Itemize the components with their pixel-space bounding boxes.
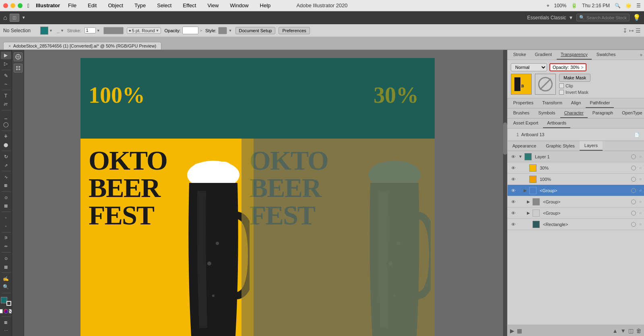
group3-expand[interactable]: ▶ [526,211,531,215]
tab-stroke[interactable]: Stroke [509,50,530,60]
paintbrush-tool[interactable]: ⚘ [1,133,11,141]
stroke-value-control[interactable]: ▼ [85,27,100,33]
tab-transform[interactable]: Transform [538,98,566,108]
scale-tool[interactable]: ⇗ [1,162,11,169]
layers-duplicate-button[interactable]: ◫ [628,328,634,334]
mesh-tool[interactable]: ▦ [1,263,11,271]
document-tab[interactable]: × AdobeStock_285764656 (1) [Converted].a… [3,42,161,50]
workspace-selector[interactable]: Essentials Classic ▼ [527,15,574,21]
pen-tool[interactable]: ✎ [1,72,11,79]
panel-collapse-icon[interactable]: ≡ [640,53,642,57]
gradient-icon[interactable] [4,309,8,313]
slice-tool[interactable]: ▫ [1,214,11,222]
menu-view[interactable]: View [204,2,222,8]
type-tool[interactable]: T [1,92,11,100]
fill-dropdown-arrow[interactable]: ▼ [49,29,53,33]
group3-eye[interactable]: 👁 [510,211,516,216]
scrollbar-thumb[interactable] [503,122,507,155]
layer30-vis[interactable]: ○ [639,166,642,170]
close-button[interactable] [3,3,8,8]
clip-checkbox[interactable] [559,83,564,88]
tab-opentype[interactable]: OpenType [618,108,644,118]
tab-asset-export[interactable]: Asset Export [509,118,542,128]
group1-target[interactable] [631,188,636,193]
layer1-eye[interactable]: 👁 [510,154,516,159]
opacity-arrow[interactable]: > [200,29,202,33]
rect-target[interactable] [631,222,636,227]
layer1-target[interactable] [631,154,636,159]
measure-tool[interactable]: ✏ [1,243,11,250]
warp-tool[interactable]: ∿ [1,173,11,181]
artboard-tool[interactable]: ▦ [1,319,11,326]
tab-close-button[interactable]: × [8,44,11,48]
stroke-dropdown-arrow2[interactable]: ▼ [97,29,100,33]
tab-gradient[interactable]: Gradient [531,50,556,60]
expand-icon[interactable]: ↧ [623,27,627,34]
panel-icon[interactable]: ↦ [629,27,634,34]
layer1-expand[interactable]: ▼ [518,154,523,159]
menu-object[interactable]: Object [105,2,126,8]
group2-expand[interactable]: ▶ [526,199,531,204]
opacity-control-arrow[interactable]: > [581,65,583,70]
make-mask-button[interactable]: Make Mask [559,74,590,82]
color-guide-icon[interactable] [14,52,23,61]
selection-tool[interactable]: ▶ [1,52,11,59]
layer30-eye[interactable]: 👁 [510,166,516,170]
layout-icon[interactable]: ◫ [10,14,19,22]
menu-icon[interactable]: ☰ [636,3,641,8]
menu-file[interactable]: File [65,2,80,8]
menu-select[interactable]: Select [154,2,175,8]
layer100-eye[interactable]: 👁 [510,177,516,182]
fullscreen-button[interactable] [18,3,23,8]
stroke-dropdown-arrow[interactable]: ▼ [60,29,64,33]
ellipse-tool[interactable]: ◯ [1,121,11,129]
layers-make-clipping-button[interactable]: ▦ [517,328,522,334]
layers-locate-button[interactable]: ▶ [510,328,514,334]
group1-expand[interactable]: ▶ [523,188,528,193]
lightbulb-icon[interactable]: 💡 [633,14,641,21]
more-tools[interactable]: ⋯ [1,327,11,334]
workspace-dropdown[interactable]: ▼ [568,15,573,21]
tab-symbols[interactable]: Symbols [534,108,559,118]
stroke-color-control[interactable]: ⎯ ▼ [57,28,64,33]
group2-vis[interactable]: ○ [639,199,642,204]
layout-dropdown-arrow[interactable]: ▼ [22,15,26,20]
tab-appearance[interactable]: Appearance [508,141,541,150]
direct-select-tool[interactable]: ▷ [1,60,11,68]
artboard-doc-icon[interactable]: 📄 [634,133,639,137]
group2-eye[interactable]: 👁 [510,199,516,204]
hand-tool[interactable]: ✍ [1,275,11,282]
tab-layers[interactable]: Layers [580,141,603,151]
layers-move-down-button[interactable]: ▼ [620,328,626,334]
doc-setup-button[interactable]: Document Setup [235,27,276,34]
group3-target[interactable] [631,211,636,216]
line-tool[interactable]: ⎯ [1,112,11,120]
tab-graphic-styles[interactable]: Graphic Styles [541,141,580,150]
layer100-vis[interactable]: ○ [639,177,642,181]
tab-brushes[interactable]: Brushes [509,108,533,118]
home-icon[interactable]: ⌂ [3,14,7,21]
touch-type-tool[interactable]: ∂T [1,101,11,108]
curvature-tool[interactable]: ~ [1,80,11,88]
invert-mask-checkbox[interactable] [559,90,564,95]
style-dropdown-arrow[interactable]: ▼ [229,29,232,33]
search-icon[interactable]: 🔍 [615,3,621,8]
opacity-input[interactable]: 100% [182,27,198,34]
menu-effect[interactable]: Effect [180,2,199,8]
tab-paragraph[interactable]: Paragraph [588,108,617,118]
user-icon[interactable]: 🌟 [625,3,632,8]
layer-item-group1[interactable]: 👁 ▶ <Group> ○ [508,185,644,196]
opacity-control-box[interactable]: Opacity: 30% > [549,63,586,71]
preferences-button[interactable]: Preferences [279,27,310,34]
brush-selector[interactable]: ● 5 pt. Round ▼ [127,27,161,34]
layers-move-up-button[interactable]: ▲ [612,328,618,334]
menu-window[interactable]: Window [227,2,252,8]
menu-help[interactable]: Help [257,2,274,8]
fill-swatch[interactable] [40,27,48,35]
rotate-tool[interactable]: ↻ [1,153,11,161]
stroke-well[interactable] [6,301,11,306]
column-graph-tool[interactable]: ▦ [1,202,11,210]
fill-color-control[interactable]: ▼ [40,27,53,35]
zoom-tool[interactable]: 🔍 [1,283,11,291]
tab-character[interactable]: Character [560,108,588,118]
